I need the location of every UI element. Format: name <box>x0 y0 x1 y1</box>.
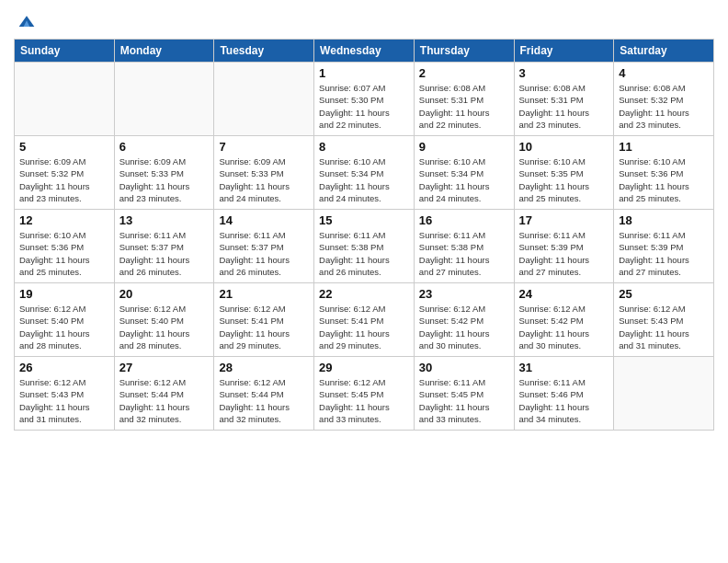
day-info: Sunrise: 6:11 AM Sunset: 5:46 PM Dayligh… <box>519 376 609 425</box>
calendar-cell: 30Sunrise: 6:11 AM Sunset: 5:45 PM Dayli… <box>414 357 514 431</box>
calendar-cell: 20Sunrise: 6:12 AM Sunset: 5:40 PM Dayli… <box>114 283 214 357</box>
day-info: Sunrise: 6:09 AM Sunset: 5:33 PM Dayligh… <box>219 155 309 204</box>
day-number: 31 <box>519 361 609 374</box>
day-number: 29 <box>319 361 409 374</box>
calendar-week-4: 19Sunrise: 6:12 AM Sunset: 5:40 PM Dayli… <box>15 283 714 357</box>
calendar-cell: 24Sunrise: 6:12 AM Sunset: 5:42 PM Dayli… <box>514 283 614 357</box>
calendar-cell <box>15 63 115 136</box>
calendar-cell: 19Sunrise: 6:12 AM Sunset: 5:40 PM Dayli… <box>15 283 115 357</box>
day-number: 27 <box>119 361 210 374</box>
logo-icon <box>17 13 36 31</box>
calendar-week-2: 5Sunrise: 6:09 AM Sunset: 5:32 PM Daylig… <box>15 136 714 210</box>
day-info: Sunrise: 6:10 AM Sunset: 5:36 PM Dayligh… <box>619 155 709 204</box>
day-info: Sunrise: 6:11 AM Sunset: 5:37 PM Dayligh… <box>119 229 210 278</box>
day-number: 24 <box>519 287 609 301</box>
day-number: 17 <box>519 213 609 227</box>
day-info: Sunrise: 6:09 AM Sunset: 5:33 PM Dayligh… <box>119 155 210 204</box>
calendar-cell: 11Sunrise: 6:10 AM Sunset: 5:36 PM Dayli… <box>614 136 714 210</box>
day-info: Sunrise: 6:11 AM Sunset: 5:37 PM Dayligh… <box>219 229 309 278</box>
calendar-cell: 23Sunrise: 6:12 AM Sunset: 5:42 PM Dayli… <box>414 283 514 357</box>
calendar-cell: 4Sunrise: 6:08 AM Sunset: 5:32 PM Daylig… <box>614 63 714 136</box>
calendar-header-row: SundayMondayTuesdayWednesdayThursdayFrid… <box>15 40 714 63</box>
day-number: 28 <box>219 361 309 374</box>
calendar-cell: 26Sunrise: 6:12 AM Sunset: 5:43 PM Dayli… <box>15 357 115 431</box>
calendar-cell: 29Sunrise: 6:12 AM Sunset: 5:45 PM Dayli… <box>314 357 415 431</box>
calendar-cell: 18Sunrise: 6:11 AM Sunset: 5:39 PM Dayli… <box>614 210 714 283</box>
calendar-cell: 9Sunrise: 6:10 AM Sunset: 5:34 PM Daylig… <box>414 136 514 210</box>
day-info: Sunrise: 6:10 AM Sunset: 5:36 PM Dayligh… <box>19 229 109 278</box>
calendar-cell: 5Sunrise: 6:09 AM Sunset: 5:32 PM Daylig… <box>15 136 115 210</box>
calendar-header-monday: Monday <box>114 40 214 63</box>
day-info: Sunrise: 6:12 AM Sunset: 5:40 PM Dayligh… <box>119 303 210 351</box>
calendar-table: SundayMondayTuesdayWednesdayThursdayFrid… <box>14 39 714 431</box>
calendar-cell: 22Sunrise: 6:12 AM Sunset: 5:41 PM Dayli… <box>314 283 415 357</box>
day-number: 5 <box>19 140 109 154</box>
day-info: Sunrise: 6:11 AM Sunset: 5:39 PM Dayligh… <box>619 229 709 278</box>
calendar-cell: 15Sunrise: 6:11 AM Sunset: 5:38 PM Dayli… <box>314 210 415 283</box>
day-number: 15 <box>319 213 409 227</box>
day-number: 18 <box>619 213 709 227</box>
calendar-cell: 17Sunrise: 6:11 AM Sunset: 5:39 PM Dayli… <box>514 210 614 283</box>
calendar-header-friday: Friday <box>514 40 614 63</box>
page-header <box>14 9 714 31</box>
calendar-week-5: 26Sunrise: 6:12 AM Sunset: 5:43 PM Dayli… <box>15 357 714 431</box>
day-number: 25 <box>619 287 709 301</box>
calendar-cell: 1Sunrise: 6:07 AM Sunset: 5:30 PM Daylig… <box>314 63 415 136</box>
day-info: Sunrise: 6:08 AM Sunset: 5:31 PM Dayligh… <box>419 82 509 131</box>
day-info: Sunrise: 6:12 AM Sunset: 5:41 PM Dayligh… <box>219 303 309 351</box>
day-number: 23 <box>419 287 509 301</box>
day-number: 1 <box>319 66 409 80</box>
calendar-cell: 8Sunrise: 6:10 AM Sunset: 5:34 PM Daylig… <box>314 136 415 210</box>
day-number: 3 <box>519 66 609 80</box>
calendar-header-thursday: Thursday <box>414 40 514 63</box>
calendar-cell: 31Sunrise: 6:11 AM Sunset: 5:46 PM Dayli… <box>514 357 614 431</box>
day-number: 7 <box>219 140 309 154</box>
day-info: Sunrise: 6:10 AM Sunset: 5:34 PM Dayligh… <box>419 155 509 204</box>
calendar-header-sunday: Sunday <box>15 40 115 63</box>
day-info: Sunrise: 6:12 AM Sunset: 5:43 PM Dayligh… <box>619 303 709 351</box>
day-number: 8 <box>319 140 409 154</box>
calendar-week-3: 12Sunrise: 6:10 AM Sunset: 5:36 PM Dayli… <box>15 210 714 283</box>
calendar-cell <box>214 63 314 136</box>
calendar-cell: 25Sunrise: 6:12 AM Sunset: 5:43 PM Dayli… <box>614 283 714 357</box>
day-number: 13 <box>119 213 210 227</box>
calendar-cell: 16Sunrise: 6:11 AM Sunset: 5:38 PM Dayli… <box>414 210 514 283</box>
day-number: 4 <box>619 66 709 80</box>
day-number: 30 <box>419 361 509 374</box>
calendar-cell: 3Sunrise: 6:08 AM Sunset: 5:31 PM Daylig… <box>514 63 614 136</box>
calendar-header-saturday: Saturday <box>614 40 714 63</box>
logo <box>14 13 36 31</box>
calendar-cell: 7Sunrise: 6:09 AM Sunset: 5:33 PM Daylig… <box>214 136 314 210</box>
calendar-cell <box>114 63 214 136</box>
day-info: Sunrise: 6:12 AM Sunset: 5:44 PM Dayligh… <box>119 376 210 425</box>
calendar-cell: 14Sunrise: 6:11 AM Sunset: 5:37 PM Dayli… <box>214 210 314 283</box>
calendar-week-1: 1Sunrise: 6:07 AM Sunset: 5:30 PM Daylig… <box>15 63 714 136</box>
calendar-header-wednesday: Wednesday <box>314 40 415 63</box>
day-number: 21 <box>219 287 309 301</box>
day-number: 9 <box>419 140 509 154</box>
calendar-cell: 13Sunrise: 6:11 AM Sunset: 5:37 PM Dayli… <box>114 210 214 283</box>
day-info: Sunrise: 6:12 AM Sunset: 5:43 PM Dayligh… <box>19 376 109 425</box>
day-number: 14 <box>219 213 309 227</box>
day-number: 10 <box>519 140 609 154</box>
day-number: 26 <box>19 361 109 374</box>
day-info: Sunrise: 6:12 AM Sunset: 5:40 PM Dayligh… <box>19 303 109 351</box>
day-number: 20 <box>119 287 210 301</box>
day-info: Sunrise: 6:11 AM Sunset: 5:38 PM Dayligh… <box>419 229 509 278</box>
day-info: Sunrise: 6:12 AM Sunset: 5:41 PM Dayligh… <box>319 303 409 351</box>
day-info: Sunrise: 6:08 AM Sunset: 5:32 PM Dayligh… <box>619 82 709 131</box>
day-info: Sunrise: 6:09 AM Sunset: 5:32 PM Dayligh… <box>19 155 109 204</box>
day-number: 16 <box>419 213 509 227</box>
day-number: 2 <box>419 66 509 80</box>
day-info: Sunrise: 6:10 AM Sunset: 5:35 PM Dayligh… <box>519 155 609 204</box>
calendar-cell: 2Sunrise: 6:08 AM Sunset: 5:31 PM Daylig… <box>414 63 514 136</box>
day-info: Sunrise: 6:12 AM Sunset: 5:42 PM Dayligh… <box>519 303 609 351</box>
day-info: Sunrise: 6:11 AM Sunset: 5:39 PM Dayligh… <box>519 229 609 278</box>
day-number: 6 <box>119 140 210 154</box>
day-info: Sunrise: 6:11 AM Sunset: 5:38 PM Dayligh… <box>319 229 409 278</box>
day-number: 19 <box>19 287 109 301</box>
calendar-cell: 6Sunrise: 6:09 AM Sunset: 5:33 PM Daylig… <box>114 136 214 210</box>
day-number: 11 <box>619 140 709 154</box>
day-info: Sunrise: 6:10 AM Sunset: 5:34 PM Dayligh… <box>319 155 409 204</box>
day-info: Sunrise: 6:08 AM Sunset: 5:31 PM Dayligh… <box>519 82 609 131</box>
